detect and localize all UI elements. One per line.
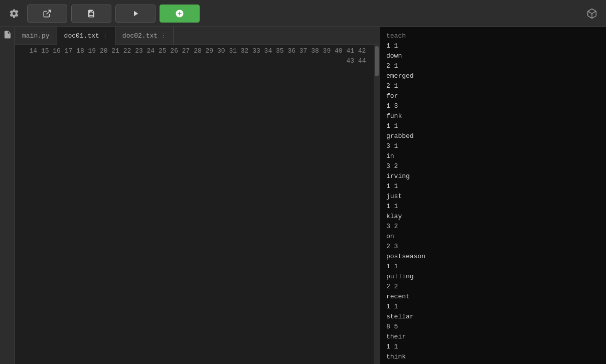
- output-line: just: [386, 192, 600, 202]
- output-line: 3 1: [386, 141, 600, 151]
- output-line: on: [386, 232, 600, 242]
- run-button[interactable]: [115, 5, 156, 23]
- output-line: recent: [386, 292, 600, 302]
- tabs-bar: main.py doc01.txt ⋮ doc02.txt ⋮: [15, 27, 380, 45]
- tab-doc01-txt-label: doc01.txt: [64, 32, 99, 40]
- vertical-scrollbar[interactable]: [374, 45, 380, 364]
- output-line: 2 5: [386, 362, 600, 364]
- editor-panel: main.py doc01.txt ⋮ doc02.txt ⋮ 14 15 16…: [15, 27, 380, 364]
- output-line: in: [386, 151, 600, 161]
- output-line: 3 2: [386, 222, 600, 232]
- output-line: 1 1: [386, 262, 600, 272]
- output-line: pulling: [386, 272, 600, 282]
- tab-doc01-txt[interactable]: doc01.txt ⋮: [57, 27, 115, 45]
- output-line: 2 1: [386, 81, 600, 91]
- output-line: 2 2: [386, 282, 600, 292]
- output-line: emerged: [386, 71, 600, 81]
- tab-main-py-label: main.py: [22, 32, 50, 40]
- toolbar: [0, 0, 606, 27]
- cube-button[interactable]: [583, 5, 601, 23]
- code-area: 14 15 16 17 18 19 20 21 22 23 24 25 26 2…: [15, 45, 380, 364]
- sidebar: [0, 27, 15, 364]
- output-line: 2 3: [386, 242, 600, 252]
- output-line: 1 1: [386, 121, 600, 131]
- tab-doc01-menu[interactable]: ⋮: [102, 33, 108, 39]
- save-button[interactable]: [71, 5, 111, 23]
- tab-doc02-txt-label: doc02.txt: [122, 32, 158, 40]
- main-area: main.py doc01.txt ⋮ doc02.txt ⋮ 14 15 16…: [0, 27, 606, 364]
- output-line: 2 1: [386, 61, 600, 71]
- gear-button[interactable]: [5, 5, 23, 23]
- scrollbar-thumb[interactable]: [375, 46, 379, 76]
- line-numbers: 14 15 16 17 18 19 20 21 22 23 24 25 26 2…: [15, 45, 370, 364]
- add-button[interactable]: [160, 5, 200, 23]
- output-line: 1 1: [386, 41, 600, 51]
- tab-doc02-menu[interactable]: ⋮: [161, 33, 166, 39]
- tab-main-py[interactable]: main.py: [15, 27, 57, 45]
- output-panel: teach 1 1 down 2 1 emerged 2 1 for 1 3 f…: [380, 27, 606, 364]
- output-line: stellar: [386, 312, 600, 322]
- output-line: 1 1: [386, 302, 600, 312]
- output-line: funk: [386, 111, 600, 121]
- export-button[interactable]: [27, 5, 67, 23]
- output-line: grabbed: [386, 131, 600, 141]
- output-line: 1 1: [386, 181, 600, 192]
- output-line: for: [386, 91, 600, 101]
- output-line-their: their: [386, 332, 600, 342]
- output-line: 3 2: [386, 161, 600, 171]
- output-line: 1 1: [386, 342, 600, 352]
- code-content[interactable]: print(doc01.encode('raw_unicode_escape')…: [370, 45, 374, 364]
- output-line: irving: [386, 171, 600, 181]
- file-icon: [3, 30, 12, 39]
- output-line: 1 3: [386, 101, 600, 111]
- output-line: think: [386, 352, 600, 362]
- output-line: down: [386, 51, 600, 61]
- tab-doc02-txt[interactable]: doc02.txt ⋮: [115, 27, 174, 45]
- output-line: 1 1: [386, 202, 600, 212]
- output-line: klay: [386, 212, 600, 222]
- output-line: teach: [386, 31, 600, 41]
- output-content: teach 1 1 down 2 1 emerged 2 1 for 1 3 f…: [380, 27, 606, 364]
- output-line: postseason: [386, 252, 600, 262]
- output-line: 8 5: [386, 322, 600, 332]
